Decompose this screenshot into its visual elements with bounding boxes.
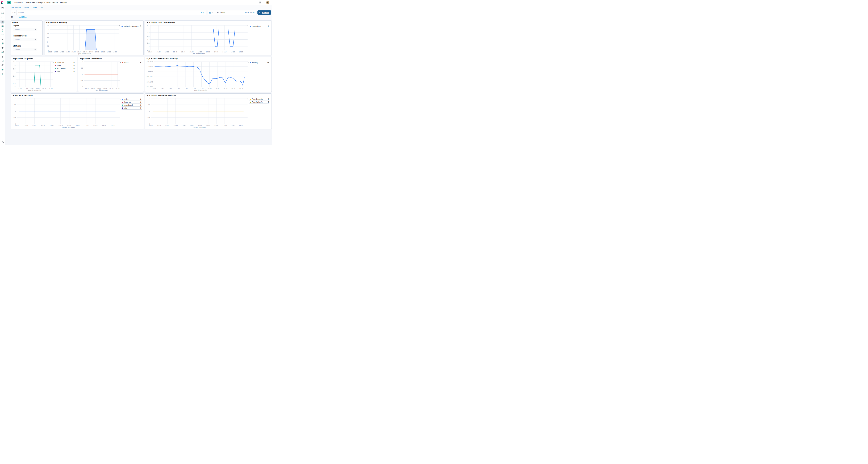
legend-label: abandoned [124,104,140,106]
nav-maps[interactable] [0,28,4,32]
nav-management[interactable] [0,72,4,76]
legend-item[interactable]: timed out 0 [55,61,75,64]
legend-item[interactable]: Page Reads/s 0 [249,98,270,100]
svg-text:0.4: 0.4 [47,41,49,43]
legend-item[interactable]: succeeded 0 [55,67,75,70]
legend: active 0 timed out 0 abandoned 0 [122,98,142,128]
legend-label: active [124,98,140,100]
legend-value: 0 [73,70,74,72]
series-dot [55,62,56,63]
legend-item[interactable]: errors 0 [122,61,142,64]
svg-text:per 60 seconds: per 60 seconds [194,89,207,91]
legend-label: Page Reads/s [252,98,267,100]
space-badge[interactable]: D [7,1,11,4]
search-input[interactable] [17,10,199,14]
nav-discover[interactable] [0,11,4,15]
legend-item[interactable]: total 0 [55,70,75,73]
help-button[interactable] [256,0,264,5]
nav-uptime[interactable] [0,50,4,54]
nav-dashboard[interactable] [0,20,4,24]
legend-item[interactable]: failed 0 [55,64,75,67]
panel-application-sessions: Application Sessions 13:2513:3013:3513:4… [11,93,144,129]
calendar-button[interactable] [208,10,214,14]
panel-filters: Filters Region Select... Resource Group … [11,21,42,55]
svg-text:0.8: 0.8 [47,33,49,35]
legend-item[interactable]: timed out 0 [122,100,142,103]
sql-user-connections-chart[interactable]: 13:2513:3013:3513:4013:4513:5013:5514:00… [146,24,249,55]
legend-item[interactable]: Page Writes/s 0 [249,100,270,104]
refresh-button[interactable]: Refresh [257,10,271,14]
svg-text:13:30: 13:30 [24,125,28,127]
region-select[interactable]: Select... [13,28,37,31]
collapse-nav-button[interactable] [0,139,5,145]
legend-value: 0 [73,67,74,69]
legend-item[interactable]: total 0 [122,106,142,110]
user-avatar[interactable]: e [266,1,269,4]
svg-text:-0.5: -0.5 [147,117,150,118]
nav-security[interactable] [0,55,4,59]
region-label: Region [13,25,37,27]
legend: memory 0B [249,61,270,91]
sql-page-reads-writes-chart[interactable]: 13:2513:3013:3513:4013:4513:5013:5514:00… [146,97,249,128]
refresh-icon [259,11,261,13]
svg-text:-0.5: -0.5 [13,117,16,118]
svg-text:3.5: 3.5 [13,61,16,63]
kql-language-button[interactable]: KQL [199,10,206,14]
svg-text:14:20: 14:20 [239,125,243,127]
chevron-down-icon [35,49,36,50]
time-range-value[interactable]: Last 1 hour [214,11,245,13]
svg-text:14:10: 14:10 [42,88,46,89]
application-requests-chart[interactable]: 13:3013:4013:5014:0014:1014:2000.511.522… [12,60,54,91]
svg-text:2.8: 2.8 [147,49,150,51]
nav-metrics[interactable] [0,37,4,41]
canvas-icon [1,25,4,28]
nav-dev-tools[interactable] [0,63,4,67]
legend-label: total [124,107,140,109]
applications-running-chart[interactable]: 13:2513:3013:3513:4013:4513:5013:5514:00… [45,24,121,55]
svg-text:14:20: 14:20 [111,125,115,127]
legend-item[interactable]: connections 0 [249,25,270,28]
nav-apm[interactable] [0,46,4,50]
kibana-app: D Dashboard / [Metricbeat Azure] VM Gues… [0,0,272,145]
svg-text:3: 3 [14,64,16,66]
legend-item[interactable]: memory 0B [249,61,270,64]
vm-name-select[interactable]: Select... [13,48,37,52]
breadcrumb-dashboard[interactable]: Dashboard [13,1,23,3]
nav-canvas[interactable] [0,24,4,28]
nav-recently-viewed[interactable] [0,6,4,10]
sql-total-server-memory-chart[interactable]: 13:2513:3013:3513:4013:4513:5013:5514:00… [146,60,249,91]
add-filter-link[interactable]: + Add filter [18,16,27,18]
kibana-logo-icon [1,1,4,4]
show-dates-link[interactable]: Show dates [245,11,256,13]
legend-item[interactable]: abandoned 0 [122,103,142,106]
resource-group-select[interactable]: Select... [13,38,37,41]
nav-stack-monitoring[interactable] [0,67,4,71]
legend-value: 0 [140,101,141,103]
panel-application-error-rates: Application Error Rates 13:3013:4013:501… [78,57,144,92]
filter-settings-gear-icon[interactable]: ⚙ [11,16,13,18]
svg-text:3: 3 [149,46,150,48]
edit-button[interactable]: Edit [39,7,43,9]
legend-item[interactable]: applications running 0 [121,25,141,28]
chevron-down-icon [35,29,36,30]
filter-picker-button[interactable]: # [11,10,17,14]
legend-value: 0 [268,101,269,103]
nav-logs[interactable] [0,41,4,45]
nav-machine-learning[interactable] [0,33,4,37]
svg-text:14:15: 14:15 [231,88,236,89]
legend-value: 0 [140,104,141,106]
nav-graph[interactable] [0,59,4,63]
application-sessions-chart[interactable]: 13:2513:3013:3513:4013:4513:5013:5514:00… [12,97,121,128]
application-error-rates-chart[interactable]: 13:3013:4013:5014:0014:1014:20-1-0.500.5… [79,60,121,91]
svg-text:13:40: 13:40 [41,125,45,127]
clone-button[interactable]: Clone [32,7,37,9]
kibana-logo[interactable] [1,0,5,4]
legend-item[interactable]: active 0 [122,98,142,100]
svg-text:per 60 seconds: per 60 seconds [193,126,206,128]
svg-text:203.1KB: 203.1KB [147,81,153,83]
series-dot [122,62,123,63]
nav-visualize[interactable] [0,15,4,20]
svg-text:13:30: 13:30 [160,88,164,89]
full-screen-button[interactable]: Full screen [11,7,21,9]
share-button[interactable]: Share [24,7,29,9]
